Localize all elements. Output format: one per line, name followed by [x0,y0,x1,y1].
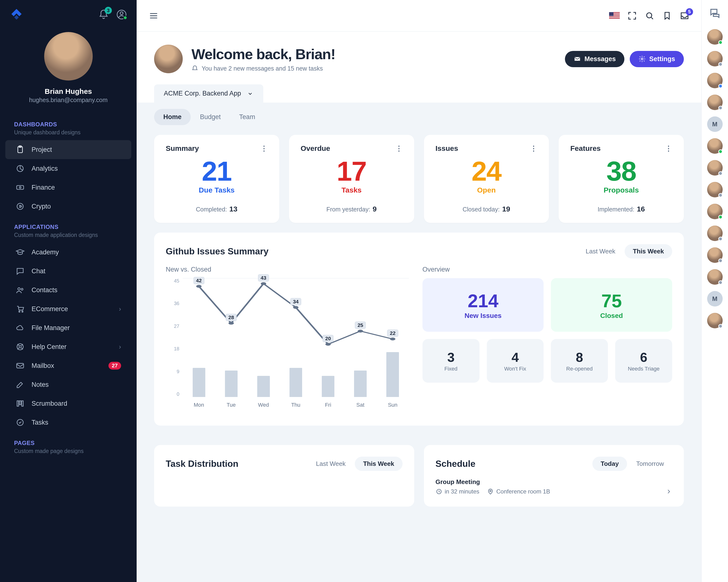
contact-avatar[interactable] [707,29,723,45]
chart-point-label: 43 [258,274,269,281]
tab-budget[interactable]: Budget [191,109,230,125]
svg-rect-15 [17,401,19,406]
main: 5 Welcome back, Brian! You have 2 new me… [137,0,701,582]
schedule-when: in 32 minutes [445,488,479,495]
svg-point-29 [490,490,491,492]
tab-home[interactable]: Home [154,109,191,125]
metric-card-3: Features ⋮ 38 Proposals Implemented:16 [558,135,684,223]
contact-avatar[interactable] [707,94,723,110]
nav-analytics[interactable]: Analytics [5,159,131,178]
chart-point-label: 28 [226,314,237,321]
topbar: 5 [137,0,701,31]
ov-label: Re-opened [551,366,608,372]
user-email: hughes.brian@company.com [0,96,137,104]
taskdist-last-week[interactable]: Last Week [308,456,354,471]
svg-point-22 [228,322,234,325]
svg-rect-17 [22,401,23,406]
taskdist-this-week[interactable]: This Week [355,456,402,471]
sidebar-toggle[interactable] [148,10,159,21]
seg-last-week[interactable]: Last Week [577,244,624,258]
contact-avatar[interactable] [707,269,723,285]
language-flag[interactable] [609,12,620,20]
inbox-badge: 5 [686,8,693,16]
svg-point-24 [293,306,298,309]
contact-avatar[interactable] [707,313,723,328]
schedule-item-open[interactable] [666,488,672,495]
project-selector[interactable]: ACME Corp. Backend App [154,84,263,103]
overview-small-1: 4 Won't Fix [487,339,544,383]
chat-bubbles-icon[interactable] [709,7,721,20]
cash-icon [16,183,25,192]
nav-finance[interactable]: Finance [5,178,131,197]
notifications-icon[interactable]: 3 [98,9,109,20]
contact-avatar[interactable] [707,73,723,88]
ov-value: 3 [422,350,479,365]
github-title: Github Issues Summary [166,246,269,256]
welcome-sub: You have 2 new messages and 15 new tasks [202,65,323,72]
nav-filemanager[interactable]: File Manager [5,318,131,337]
nav-helpcenter[interactable]: Help Center› [5,337,131,356]
search-icon[interactable] [645,11,655,21]
overview-small-3: 6 Needs Triage [615,339,672,383]
contact-avatar[interactable]: M [707,291,723,306]
inbox-icon[interactable]: 5 [679,11,690,21]
contact-status-dot [718,237,723,241]
contact-avatar[interactable]: M [707,116,723,132]
nav-section-pages-sub: Custom made page designs [0,448,137,459]
contact-avatar[interactable] [707,204,723,219]
mailbox-badge: 27 [108,362,121,369]
user-menu-icon[interactable] [116,9,127,20]
nav-label: Help Center [31,343,67,351]
metric-title: Issues [436,144,458,153]
messages-button[interactable]: Messages [565,51,624,67]
card-menu-icon[interactable]: ⋮ [395,144,402,153]
chevron-down-icon [247,90,254,97]
new-issues-card: 214 New Issues [422,278,544,332]
metric-card-0: Summary ⋮ 21 Due Tasks Completed:13 [154,135,279,223]
nav-tasks[interactable]: Tasks [5,413,131,432]
fullscreen-icon[interactable] [627,11,637,21]
nav-scrumboard[interactable]: Scrumboard [5,394,131,413]
settings-button-label: Settings [649,55,675,63]
contact-avatar[interactable] [707,51,723,66]
card-menu-icon[interactable]: ⋮ [665,144,672,153]
nav-mailbox[interactable]: Mailbox27 [5,356,131,375]
user-avatar[interactable] [44,32,93,81]
metric-title: Features [570,144,601,153]
nav-academy[interactable]: Academy [5,243,131,262]
card-menu-icon[interactable]: ⋮ [260,144,268,153]
nav-chat[interactable]: Chat [5,262,131,281]
svg-point-25 [326,343,331,346]
schedule-today[interactable]: Today [592,456,627,471]
nav-finance-label: Finance [31,184,55,191]
contact-avatar[interactable] [707,225,723,241]
metric-value: 24 [436,157,538,185]
user-name: Brian Hughes [0,87,137,95]
nav-contacts[interactable]: Contacts [5,281,131,300]
contact-avatar[interactable] [707,182,723,197]
bookmark-icon[interactable] [662,11,672,21]
nav-section-apps-title: APPLICATIONS [0,216,137,232]
chevron-right-icon: › [119,305,121,313]
tab-team[interactable]: Team [230,109,264,125]
nav-notes[interactable]: Notes [5,375,131,394]
nav-project[interactable]: Project [5,140,131,159]
settings-button[interactable]: Settings [630,51,684,67]
contact-avatar[interactable] [707,138,723,154]
seg-this-week[interactable]: This Week [625,244,672,258]
contact-avatar[interactable] [707,247,723,263]
ov-label: Needs Triage [615,366,672,372]
schedule-item-title: Group Meeting [436,478,672,486]
svg-rect-5 [17,186,24,189]
schedule-tomorrow[interactable]: Tomorrow [628,456,672,471]
nav-ecommerce[interactable]: ECommerce› [5,300,131,318]
contact-status-dot [718,40,723,45]
card-menu-icon[interactable]: ⋮ [530,144,537,153]
svg-point-21 [196,285,201,288]
contact-avatar[interactable] [707,160,723,175]
nav-crypto[interactable]: Crypto [5,197,131,216]
check-circle-icon [16,418,25,427]
nav-label: Chat [31,268,45,275]
svg-point-19 [647,12,652,18]
svg-rect-14 [17,363,24,368]
